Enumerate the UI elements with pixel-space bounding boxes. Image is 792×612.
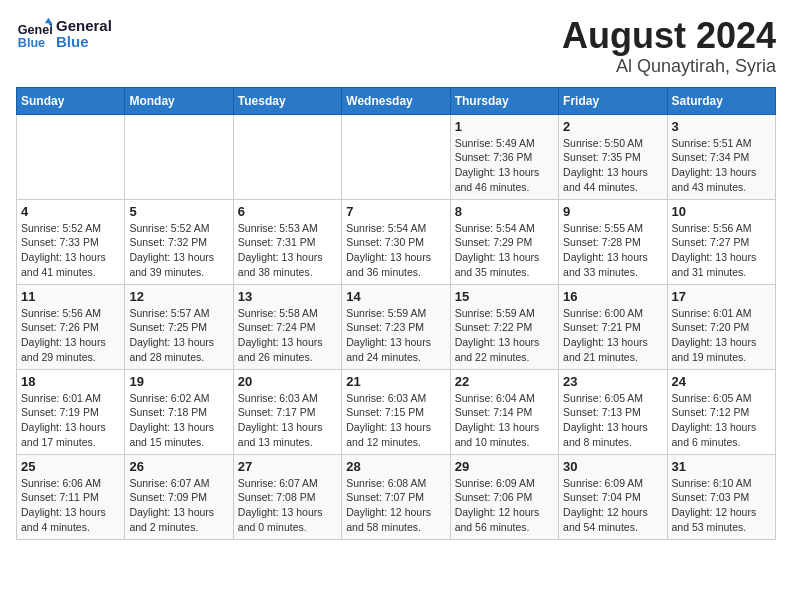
day-number: 22 — [455, 374, 554, 389]
day-info: Sunrise: 6:02 AM Sunset: 7:18 PM Dayligh… — [129, 391, 228, 450]
calendar-body: 1Sunrise: 5:49 AM Sunset: 7:36 PM Daylig… — [17, 114, 776, 539]
day-info: Sunrise: 5:54 AM Sunset: 7:30 PM Dayligh… — [346, 221, 445, 280]
day-info: Sunrise: 6:05 AM Sunset: 7:13 PM Dayligh… — [563, 391, 662, 450]
day-number: 18 — [21, 374, 120, 389]
header-wednesday: Wednesday — [342, 87, 450, 114]
day-info: Sunrise: 6:03 AM Sunset: 7:17 PM Dayligh… — [238, 391, 337, 450]
day-cell: 24Sunrise: 6:05 AM Sunset: 7:12 PM Dayli… — [667, 369, 775, 454]
day-info: Sunrise: 6:01 AM Sunset: 7:20 PM Dayligh… — [672, 306, 771, 365]
day-cell: 31Sunrise: 6:10 AM Sunset: 7:03 PM Dayli… — [667, 454, 775, 539]
day-cell: 15Sunrise: 5:59 AM Sunset: 7:22 PM Dayli… — [450, 284, 558, 369]
day-cell: 22Sunrise: 6:04 AM Sunset: 7:14 PM Dayli… — [450, 369, 558, 454]
day-info: Sunrise: 5:59 AM Sunset: 7:23 PM Dayligh… — [346, 306, 445, 365]
day-number: 16 — [563, 289, 662, 304]
day-number: 23 — [563, 374, 662, 389]
day-cell — [233, 114, 341, 199]
day-cell: 26Sunrise: 6:07 AM Sunset: 7:09 PM Dayli… — [125, 454, 233, 539]
logo: General Blue General Blue — [16, 16, 112, 52]
day-number: 14 — [346, 289, 445, 304]
day-number: 5 — [129, 204, 228, 219]
day-cell: 13Sunrise: 5:58 AM Sunset: 7:24 PM Dayli… — [233, 284, 341, 369]
svg-text:Blue: Blue — [18, 36, 45, 50]
day-cell — [17, 114, 125, 199]
day-number: 4 — [21, 204, 120, 219]
day-cell — [342, 114, 450, 199]
day-cell: 30Sunrise: 6:09 AM Sunset: 7:04 PM Dayli… — [559, 454, 667, 539]
day-cell: 23Sunrise: 6:05 AM Sunset: 7:13 PM Dayli… — [559, 369, 667, 454]
day-info: Sunrise: 6:05 AM Sunset: 7:12 PM Dayligh… — [672, 391, 771, 450]
day-number: 2 — [563, 119, 662, 134]
logo-general: General — [56, 18, 112, 35]
day-number: 1 — [455, 119, 554, 134]
day-number: 29 — [455, 459, 554, 474]
day-info: Sunrise: 5:54 AM Sunset: 7:29 PM Dayligh… — [455, 221, 554, 280]
day-number: 9 — [563, 204, 662, 219]
day-info: Sunrise: 5:52 AM Sunset: 7:32 PM Dayligh… — [129, 221, 228, 280]
day-number: 12 — [129, 289, 228, 304]
week-row-4: 18Sunrise: 6:01 AM Sunset: 7:19 PM Dayli… — [17, 369, 776, 454]
day-cell: 8Sunrise: 5:54 AM Sunset: 7:29 PM Daylig… — [450, 199, 558, 284]
day-cell: 28Sunrise: 6:08 AM Sunset: 7:07 PM Dayli… — [342, 454, 450, 539]
day-info: Sunrise: 6:04 AM Sunset: 7:14 PM Dayligh… — [455, 391, 554, 450]
day-number: 30 — [563, 459, 662, 474]
page-header: General Blue General Blue August 2024 Al… — [16, 16, 776, 77]
header-tuesday: Tuesday — [233, 87, 341, 114]
day-cell: 14Sunrise: 5:59 AM Sunset: 7:23 PM Dayli… — [342, 284, 450, 369]
week-row-3: 11Sunrise: 5:56 AM Sunset: 7:26 PM Dayli… — [17, 284, 776, 369]
day-cell: 18Sunrise: 6:01 AM Sunset: 7:19 PM Dayli… — [17, 369, 125, 454]
day-info: Sunrise: 6:09 AM Sunset: 7:04 PM Dayligh… — [563, 476, 662, 535]
day-info: Sunrise: 5:52 AM Sunset: 7:33 PM Dayligh… — [21, 221, 120, 280]
day-info: Sunrise: 6:10 AM Sunset: 7:03 PM Dayligh… — [672, 476, 771, 535]
day-cell: 20Sunrise: 6:03 AM Sunset: 7:17 PM Dayli… — [233, 369, 341, 454]
svg-marker-2 — [45, 18, 52, 23]
week-row-1: 1Sunrise: 5:49 AM Sunset: 7:36 PM Daylig… — [17, 114, 776, 199]
day-cell: 19Sunrise: 6:02 AM Sunset: 7:18 PM Dayli… — [125, 369, 233, 454]
day-number: 20 — [238, 374, 337, 389]
day-number: 31 — [672, 459, 771, 474]
day-cell: 5Sunrise: 5:52 AM Sunset: 7:32 PM Daylig… — [125, 199, 233, 284]
day-number: 11 — [21, 289, 120, 304]
day-info: Sunrise: 5:53 AM Sunset: 7:31 PM Dayligh… — [238, 221, 337, 280]
day-info: Sunrise: 6:01 AM Sunset: 7:19 PM Dayligh… — [21, 391, 120, 450]
calendar-table: SundayMondayTuesdayWednesdayThursdayFrid… — [16, 87, 776, 540]
day-info: Sunrise: 6:07 AM Sunset: 7:08 PM Dayligh… — [238, 476, 337, 535]
header-monday: Monday — [125, 87, 233, 114]
sub-title: Al Qunaytirah, Syria — [562, 56, 776, 77]
day-cell — [125, 114, 233, 199]
day-info: Sunrise: 5:58 AM Sunset: 7:24 PM Dayligh… — [238, 306, 337, 365]
day-cell: 17Sunrise: 6:01 AM Sunset: 7:20 PM Dayli… — [667, 284, 775, 369]
week-row-2: 4Sunrise: 5:52 AM Sunset: 7:33 PM Daylig… — [17, 199, 776, 284]
day-cell: 2Sunrise: 5:50 AM Sunset: 7:35 PM Daylig… — [559, 114, 667, 199]
day-cell: 9Sunrise: 5:55 AM Sunset: 7:28 PM Daylig… — [559, 199, 667, 284]
day-cell: 11Sunrise: 5:56 AM Sunset: 7:26 PM Dayli… — [17, 284, 125, 369]
day-number: 21 — [346, 374, 445, 389]
header-saturday: Saturday — [667, 87, 775, 114]
day-cell: 6Sunrise: 5:53 AM Sunset: 7:31 PM Daylig… — [233, 199, 341, 284]
day-cell: 21Sunrise: 6:03 AM Sunset: 7:15 PM Dayli… — [342, 369, 450, 454]
day-cell: 3Sunrise: 5:51 AM Sunset: 7:34 PM Daylig… — [667, 114, 775, 199]
header-sunday: Sunday — [17, 87, 125, 114]
day-info: Sunrise: 6:09 AM Sunset: 7:06 PM Dayligh… — [455, 476, 554, 535]
day-cell: 29Sunrise: 6:09 AM Sunset: 7:06 PM Dayli… — [450, 454, 558, 539]
day-info: Sunrise: 5:50 AM Sunset: 7:35 PM Dayligh… — [563, 136, 662, 195]
day-cell: 25Sunrise: 6:06 AM Sunset: 7:11 PM Dayli… — [17, 454, 125, 539]
day-info: Sunrise: 5:59 AM Sunset: 7:22 PM Dayligh… — [455, 306, 554, 365]
day-number: 26 — [129, 459, 228, 474]
day-number: 15 — [455, 289, 554, 304]
day-info: Sunrise: 5:56 AM Sunset: 7:26 PM Dayligh… — [21, 306, 120, 365]
day-number: 13 — [238, 289, 337, 304]
day-number: 25 — [21, 459, 120, 474]
day-number: 24 — [672, 374, 771, 389]
day-info: Sunrise: 5:56 AM Sunset: 7:27 PM Dayligh… — [672, 221, 771, 280]
day-info: Sunrise: 6:07 AM Sunset: 7:09 PM Dayligh… — [129, 476, 228, 535]
day-cell: 16Sunrise: 6:00 AM Sunset: 7:21 PM Dayli… — [559, 284, 667, 369]
day-cell: 12Sunrise: 5:57 AM Sunset: 7:25 PM Dayli… — [125, 284, 233, 369]
day-number: 10 — [672, 204, 771, 219]
day-info: Sunrise: 6:06 AM Sunset: 7:11 PM Dayligh… — [21, 476, 120, 535]
title-block: August 2024 Al Qunaytirah, Syria — [562, 16, 776, 77]
day-number: 7 — [346, 204, 445, 219]
day-number: 28 — [346, 459, 445, 474]
day-cell: 10Sunrise: 5:56 AM Sunset: 7:27 PM Dayli… — [667, 199, 775, 284]
day-number: 17 — [672, 289, 771, 304]
logo-icon: General Blue — [16, 16, 52, 52]
